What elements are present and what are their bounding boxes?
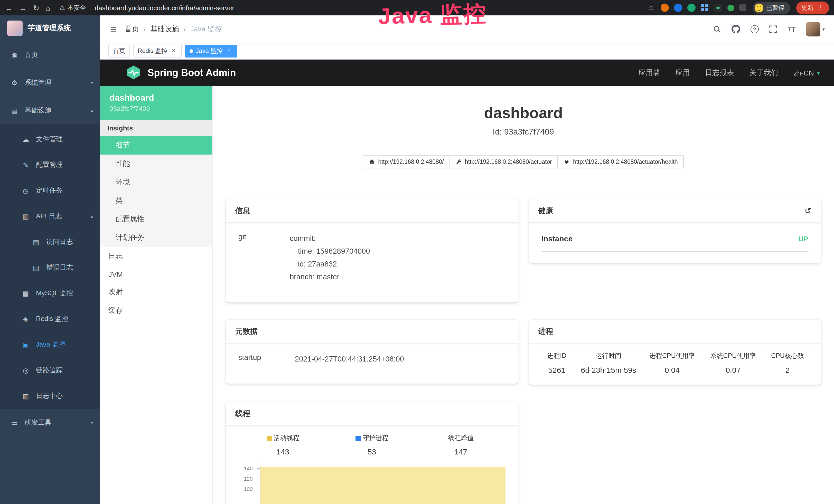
sidebar-item-java-monitor[interactable]: ▣ Java 监控	[0, 332, 100, 358]
wrench-icon	[456, 159, 462, 165]
metadata-key: startup	[238, 353, 295, 372]
history-icon[interactable]: ↺	[805, 206, 811, 216]
search-icon[interactable]	[713, 25, 721, 33]
sba-menu-mappings[interactable]: 映射	[100, 283, 212, 301]
bookmark-star-icon[interactable]: ☆	[648, 4, 654, 12]
page-subtitle: Id: 93a3fc7f7409	[226, 126, 821, 138]
sidebar-item-infrastructure[interactable]: ▤ 基础设施 ▴	[0, 96, 100, 124]
threads-card: 线程 活动线程 守护进程	[226, 402, 518, 504]
close-icon[interactable]: ×	[170, 47, 177, 54]
sidebar-item-api-log[interactable]: ▥ API 日志 ▴	[0, 203, 100, 229]
font-size-icon[interactable]: TT	[788, 25, 796, 33]
extension-icon-green-circle[interactable]	[687, 4, 695, 12]
github-icon[interactable]	[731, 25, 740, 33]
home-icon	[369, 159, 375, 165]
sba-menu-configprops[interactable]: 配置属性	[100, 210, 212, 229]
sba-menu-caches[interactable]: 缓存	[100, 301, 212, 320]
extension-icon-leaf[interactable]	[727, 4, 734, 11]
sba-menu-scheduled-tasks[interactable]: 计划任务	[100, 229, 212, 247]
home-icon[interactable]: ⌂	[45, 4, 50, 12]
chevron-down-icon: ▾	[91, 420, 93, 425]
sba-logo-icon	[126, 65, 141, 82]
back-icon[interactable]: ←	[5, 4, 13, 12]
chevron-down-icon: ▾	[822, 26, 825, 31]
link-actuator[interactable]: http://192.168.0.2:48080/actuator	[449, 155, 558, 168]
app-title: 芋道管理系统	[28, 24, 71, 33]
sba-menu-environment[interactable]: 环境	[100, 173, 212, 191]
extension-icon-blue-drop[interactable]	[674, 4, 682, 12]
infrastructure-icon: ▤	[10, 107, 19, 114]
sba-menu-jvm[interactable]: JVM	[100, 266, 212, 283]
process-uptime: 6d 23h 15m 59s	[575, 366, 642, 374]
edit-icon: ✎	[22, 161, 30, 169]
tab-home[interactable]: 首页	[108, 44, 130, 57]
sidebar-item-system[interactable]: ⚙ 系统管理 ▾	[0, 69, 100, 96]
chrome-update-button[interactable]: 更新 ⋮	[796, 1, 829, 14]
profile-paused-chip[interactable]: 已暂停	[752, 2, 790, 14]
sidebar-item-tracing[interactable]: ◎ 链路追踪	[0, 358, 100, 383]
link-service-root[interactable]: http://192.168.0.2:48080/	[363, 155, 450, 168]
help-icon[interactable]: ?	[750, 25, 759, 33]
sidebar-item-file-management[interactable]: ☁ 文件管理	[0, 126, 100, 152]
instance-links: http://192.168.0.2:48080/ http://192.168…	[226, 155, 821, 168]
security-warning-label[interactable]: 不安全	[68, 3, 86, 12]
tab-java-monitor[interactable]: Java 监控 ×	[185, 44, 237, 57]
extension-icon-on-switch[interactable]: on	[714, 4, 722, 12]
forward-icon[interactable]: →	[19, 4, 27, 12]
update-label: 更新	[801, 3, 813, 12]
document-icon: ▤	[32, 264, 40, 271]
sba-nav-wallboard[interactable]: 应用墙	[639, 68, 660, 77]
address-divider	[90, 4, 91, 11]
fullscreen-icon[interactable]	[769, 25, 777, 33]
toolbox-icon: ▭	[10, 419, 19, 427]
app-sidebar: 芋道管理系统 ◉ 首页 ⚙ 系统管理 ▾ ▤ 基础设施 ▴ ☁ 文件管理	[0, 16, 100, 504]
sba-menu-logfile[interactable]: 日志	[100, 247, 212, 266]
link-health[interactable]: http://192.168.0.2:48080/actuator/health	[557, 155, 684, 168]
sidebar-item-log-center[interactable]: ▥ 日志中心	[0, 383, 100, 409]
sidebar-item-config-management[interactable]: ✎ 配置管理	[0, 152, 100, 178]
info-card: 信息 git commit: time: 1596289704000 id: 2…	[226, 199, 518, 302]
sidebar-item-scheduled-jobs[interactable]: ◷ 定时任务	[0, 178, 100, 203]
sba-nav-about[interactable]: 关于我们	[749, 68, 778, 77]
extension-icon-orange[interactable]	[660, 4, 668, 12]
sba-menu-details[interactable]: 细节	[100, 136, 212, 155]
sidebar-item-access-log[interactable]: ▤ 访问日志	[0, 229, 100, 255]
refresh-icon[interactable]: ↻	[33, 4, 39, 12]
breadcrumb-home[interactable]: 首页	[125, 24, 139, 33]
sidebar-item-redis-monitor[interactable]: ◈ Redis 监控	[0, 306, 100, 332]
hamburger-icon[interactable]: ≡	[110, 24, 116, 34]
sba-nav-journal[interactable]: 日志报表	[705, 68, 734, 77]
status-badge: UP	[798, 234, 808, 243]
sidebar-item-mysql-monitor[interactable]: ▦ MySQL 监控	[0, 280, 100, 306]
instance-header[interactable]: dashboard 93a3fc7f7409	[100, 86, 212, 120]
sidebar-item-devtools[interactable]: ▭ 研发工具 ▾	[0, 409, 100, 436]
sba-language-select[interactable]: zh-CN ▾	[794, 69, 820, 77]
sidebar-item-error-log[interactable]: ▤ 错误日志	[0, 255, 100, 280]
threads-card-header: 线程	[226, 402, 518, 426]
health-instance-row[interactable]: Instance UP	[542, 232, 809, 252]
insights-group: 细节 性能 环境 类 配置属性 计划任务	[100, 136, 212, 247]
extension-icon-puzzle[interactable]	[739, 4, 746, 11]
sidebar-item-home[interactable]: ◉ 首页	[0, 41, 100, 69]
url-text[interactable]: dashboard.yudao.iocoder.cn/infra/admin-s…	[95, 4, 234, 12]
breadcrumb-separator: /	[144, 25, 146, 33]
kebab-menu-icon[interactable]: ⋮	[817, 5, 824, 11]
sba-menu-metrics[interactable]: 性能	[100, 155, 212, 173]
extension-toolbar: on	[660, 4, 746, 12]
sba-menu-classes[interactable]: 类	[100, 191, 212, 210]
threads-chart: 140 120 100	[238, 463, 505, 504]
document-icon: ▤	[32, 238, 40, 246]
sba-nav: 应用墙 应用 日志报表 关于我们 zh-CN ▾	[639, 68, 820, 77]
info-card-header: 信息	[226, 199, 518, 223]
tab-redis-monitor[interactable]: Redis 监控 ×	[133, 44, 182, 57]
clock-icon: ◷	[22, 187, 30, 194]
address-bar[interactable]: ⚠ 不安全 dashboard.yudao.iocoder.cn/infra/a…	[59, 3, 234, 12]
daemon-threads-value: 53	[328, 447, 417, 456]
extension-icon-grid[interactable]	[700, 4, 709, 12]
close-icon[interactable]: ×	[225, 47, 233, 54]
sba-nav-applications[interactable]: 应用	[676, 68, 690, 77]
app-logo[interactable]: 芋道管理系统	[0, 16, 100, 41]
warning-icon: ⚠	[59, 4, 65, 11]
user-avatar[interactable]: ▾	[806, 22, 825, 36]
breadcrumb-infrastructure[interactable]: 基础设施	[150, 24, 179, 33]
